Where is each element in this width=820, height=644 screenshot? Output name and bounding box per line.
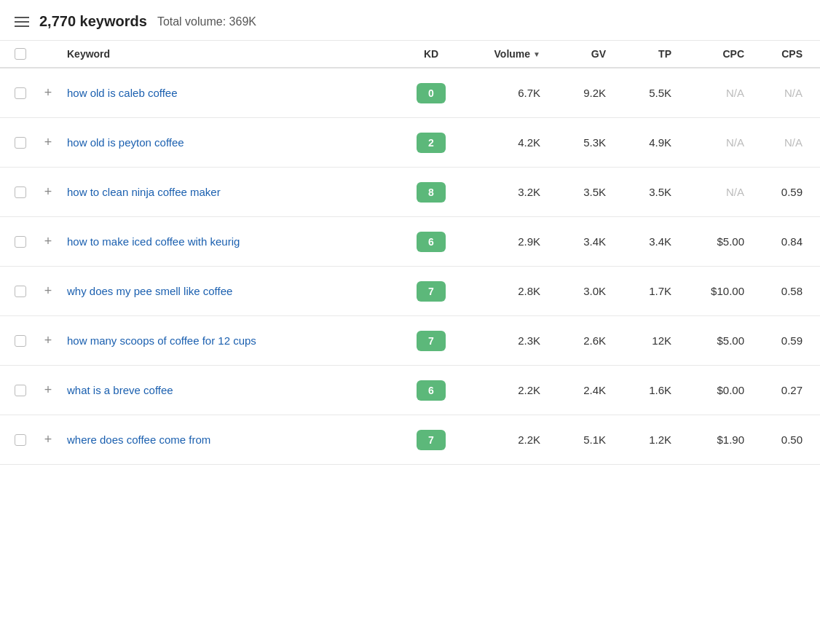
kd-cell-2: 8 [402,182,460,203]
gv-cell-2: 3.5K [540,186,606,198]
cpc-cell-1: N/A [671,136,744,149]
volume-cell-6: 2.2K [460,384,540,396]
row-checkbox-3[interactable] [15,236,26,248]
col-kd-header: KD [402,48,460,60]
kd-cell-6: 6 [402,380,460,401]
keyword-cell-4: why does my pee smell like coffee [67,284,402,299]
cpc-cell-2: N/A [671,186,744,198]
kd-cell-7: 7 [402,430,460,450]
table-body: + how old is caleb coffee 0 6.7K 9.2K 5.… [0,68,820,465]
volume-cell-1: 4.2K [460,136,540,149]
tp-cell-2: 3.5K [606,186,671,198]
col-volume-header[interactable]: Volume ▼ [460,48,540,60]
col-keyword-header: Keyword [67,48,402,60]
keywords-table: Keyword KD Volume ▼ GV TP CPC CPS + how … [0,41,820,465]
keyword-link-0[interactable]: how old is caleb coffee [67,87,178,99]
cpc-cell-7: $1.90 [671,433,744,446]
tp-cell-3: 3.4K [606,235,671,248]
keyword-cell-7: where does coffee come from [67,433,402,447]
keyword-link-5[interactable]: how many scoops of coffee for 12 cups [67,334,256,347]
keyword-link-1[interactable]: how old is peyton coffee [67,136,184,149]
hamburger-icon[interactable] [15,17,29,27]
col-tp-header: TP [606,48,671,60]
keyword-cell-5: how many scoops of coffee for 12 cups [67,334,402,348]
row-checkbox-6[interactable] [15,385,26,396]
add-keyword-button-7[interactable]: + [41,433,55,447]
add-keyword-button-5[interactable]: + [41,334,55,348]
table-row: + how many scoops of coffee for 12 cups … [0,316,820,366]
page-header: 2,770 keywords Total volume: 369K [0,0,820,41]
kd-badge-5: 7 [417,331,446,351]
cps-cell-6: 0.27 [744,384,803,396]
table-row: + how old is caleb coffee 0 6.7K 9.2K 5.… [0,68,820,118]
kd-cell-3: 6 [402,232,460,252]
table-row: + why does my pee smell like coffee 7 2.… [0,267,820,316]
row-checkbox-7[interactable] [15,434,26,446]
col-cps-header: CPS [744,48,803,60]
kd-badge-4: 7 [417,281,446,302]
add-keyword-button-6[interactable]: + [41,383,55,398]
row-checkbox-4[interactable] [15,286,26,297]
gv-cell-4: 3.0K [540,285,606,297]
keyword-link-6[interactable]: what is a breve coffee [67,384,173,396]
keyword-cell-2: how to clean ninja coffee maker [67,185,402,200]
row-checkbox-1[interactable] [15,137,26,149]
volume-cell-0: 6.7K [460,87,540,99]
gv-cell-7: 5.1K [540,433,606,446]
tp-cell-6: 1.6K [606,384,671,396]
add-keyword-button-1[interactable]: + [41,136,55,150]
tp-cell-0: 5.5K [606,87,671,99]
col-cpc-header: CPC [671,48,744,60]
keyword-cell-0: how old is caleb coffee [67,86,402,101]
row-checkbox-2[interactable] [15,186,26,198]
tp-cell-7: 1.2K [606,433,671,446]
total-volume: Total volume: 369K [157,15,256,28]
kd-badge-3: 6 [417,232,446,252]
cps-cell-0: N/A [744,87,803,99]
gv-cell-1: 5.3K [540,136,606,149]
volume-cell-3: 2.9K [460,235,540,248]
keyword-link-2[interactable]: how to clean ninja coffee maker [67,186,221,198]
tp-cell-1: 4.9K [606,136,671,149]
cpc-cell-6: $0.00 [671,384,744,396]
cps-cell-4: 0.58 [744,285,803,297]
cpc-cell-0: N/A [671,87,744,99]
kd-badge-6: 6 [417,380,446,401]
gv-cell-3: 3.4K [540,235,606,248]
table-row: + how old is peyton coffee 2 4.2K 5.3K 4… [0,118,820,168]
col-gv-header: GV [540,48,606,60]
table-row: + how to clean ninja coffee maker 8 3.2K… [0,168,820,217]
volume-cell-7: 2.2K [460,433,540,446]
gv-cell-6: 2.4K [540,384,606,396]
keyword-cell-1: how old is peyton coffee [67,136,402,150]
select-all-checkbox[interactable] [15,48,26,60]
kd-cell-0: 0 [402,83,460,103]
table-row: + where does coffee come from 7 2.2K 5.1… [0,415,820,465]
keyword-link-4[interactable]: why does my pee smell like coffee [67,285,232,297]
kd-badge-1: 2 [417,133,446,153]
keyword-link-7[interactable]: where does coffee come from [67,433,210,446]
kd-cell-5: 7 [402,331,460,351]
cpc-cell-5: $5.00 [671,334,744,347]
add-keyword-button-4[interactable]: + [41,284,55,299]
table-header-row: Keyword KD Volume ▼ GV TP CPC CPS [0,41,820,68]
cps-cell-5: 0.59 [744,334,803,347]
cps-cell-7: 0.50 [744,433,803,446]
cpc-cell-3: $5.00 [671,235,744,248]
cps-cell-2: 0.59 [744,186,803,198]
sort-arrow-icon: ▼ [533,50,540,58]
keyword-cell-6: what is a breve coffee [67,383,402,398]
volume-cell-5: 2.3K [460,334,540,347]
add-keyword-button-2[interactable]: + [41,185,55,200]
cpc-cell-4: $10.00 [671,285,744,297]
tp-cell-5: 12K [606,334,671,347]
table-row: + what is a breve coffee 6 2.2K 2.4K 1.6… [0,366,820,415]
row-checkbox-5[interactable] [15,335,26,347]
kd-badge-2: 8 [417,182,446,203]
kd-cell-4: 7 [402,281,460,302]
row-checkbox-0[interactable] [15,87,26,99]
cps-cell-3: 0.84 [744,235,803,248]
add-keyword-button-0[interactable]: + [41,86,55,101]
keyword-link-3[interactable]: how to make iced coffee with keurig [67,235,240,248]
add-keyword-button-3[interactable]: + [41,235,55,249]
